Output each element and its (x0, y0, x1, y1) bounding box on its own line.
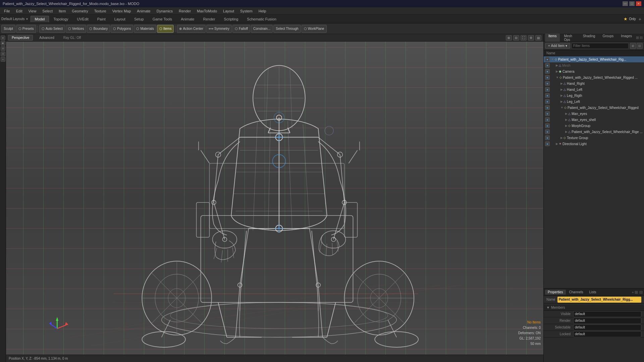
items-view-btn-1[interactable]: ⊞ (630, 43, 636, 49)
layout-tab-paint[interactable]: Paint (93, 16, 110, 22)
item-row-directional_light[interactable]: ●▶☀Directional Light (544, 141, 644, 147)
prop-tab-add[interactable]: + (632, 290, 634, 294)
viewport-ctrl-1[interactable]: ⊞ (506, 35, 512, 41)
layout-tab-topology[interactable]: Topology (49, 16, 72, 22)
sidebar-tool-4[interactable]: ⊟ (1, 52, 5, 56)
add-tab-button[interactable]: + (637, 16, 643, 22)
items-button[interactable]: ⬡ Items (157, 25, 174, 33)
layout-tab-uvedit[interactable]: UVEdit (73, 16, 93, 22)
prop-tab-channels[interactable]: Channels (567, 290, 586, 295)
item-expand-leg_left[interactable]: ▶ (560, 100, 563, 103)
viewport[interactable]: Perspective Advanced Ray GL: Off ⊞ ⊟ ⛶ ⚙… (6, 34, 543, 362)
menu-layout[interactable]: Layout (220, 8, 237, 14)
prop-dropdown-render[interactable]: default (573, 318, 641, 324)
item-expand-mesh[interactable]: ▶ (556, 64, 558, 67)
item-row-rig[interactable]: ●▼◇Patient_with_Jazzy_Select_Wheelchair_… (544, 74, 644, 80)
items-view-btn-2[interactable]: ⊟ (637, 43, 643, 49)
item-expand-leg_right[interactable]: ▶ (560, 94, 563, 97)
item-row-hand_left[interactable]: ●▶△Hand_Left (544, 86, 644, 93)
item-eye-hand_right[interactable]: ● (545, 81, 550, 86)
item-row-texture_group[interactable]: ●▶◇Texture Group (544, 135, 644, 141)
polygons-button[interactable]: ⬡ Polygons (111, 25, 133, 33)
viewport-ctrl-5[interactable]: ▤ (535, 35, 541, 41)
menu-vertex-map[interactable]: Vertex Map (110, 8, 134, 14)
members-expand-icon[interactable]: ▼ (546, 306, 550, 309)
item-eye-root[interactable]: ● (545, 57, 550, 62)
falloff-button[interactable]: ⬡ Falloff (232, 25, 250, 33)
layout-tab-render[interactable]: Render (199, 16, 219, 22)
menu-system[interactable]: System (237, 8, 255, 14)
item-row-leg_left[interactable]: ●▶△Leg_Left (544, 99, 644, 105)
panel-tab-images[interactable]: Images (618, 34, 635, 42)
item-expand-man_eyes_shell[interactable]: ▶ (565, 118, 568, 121)
prop-expand-btn[interactable]: ⊞ (635, 290, 638, 295)
menu-geometry[interactable]: Geometry (69, 8, 91, 14)
item-eye-leg_left[interactable]: ● (545, 99, 550, 104)
add-item-button[interactable]: + Add Item ▾ (545, 43, 570, 49)
item-eye-patient_wc_rig2[interactable]: ● (545, 129, 550, 134)
sculpt-button[interactable]: Sculpt (1, 25, 15, 33)
item-eye-leg_right[interactable]: ● (545, 93, 550, 98)
menu-file[interactable]: File (1, 8, 13, 14)
item-eye-rig[interactable]: ● (545, 75, 550, 80)
menu-maxtomodo[interactable]: MaxToModo (194, 8, 220, 14)
layout-tab-game-tools[interactable]: Game Tools (148, 16, 177, 22)
layout-dropdown-icon[interactable]: ▾ (26, 17, 28, 21)
auto-select-button[interactable]: ⬡ Auto Select (39, 25, 65, 33)
item-expand-man_eyes[interactable]: ▶ (565, 112, 568, 115)
only-label[interactable]: Only (629, 17, 636, 21)
prop-collapse-btn[interactable]: ⊟ (639, 290, 643, 295)
panel-tab-items[interactable]: Items (545, 34, 560, 42)
panel-collapse-icon[interactable]: ⊟ (640, 36, 643, 40)
action-center-button[interactable]: ⊕ Action Center (177, 25, 206, 33)
items-tree[interactable]: ●▼◇Patient_with_Jazzy_Select_Wheelchair_… (544, 56, 644, 288)
menu-help[interactable]: Help (256, 8, 269, 14)
presets-button[interactable]: ⬡ Presets (16, 25, 36, 33)
viewport-ctrl-2[interactable]: ⊟ (513, 35, 519, 41)
prop-dropdown-selectable[interactable]: default (573, 324, 641, 330)
minimize-button[interactable]: — (623, 1, 628, 6)
menu-select[interactable]: Select (40, 8, 55, 14)
viewport-ctrl-4[interactable]: ⚙ (528, 35, 534, 41)
prop-name-input[interactable] (557, 297, 641, 303)
close-button[interactable]: ✕ (636, 1, 641, 6)
panel-tab-shading[interactable]: Shading (580, 34, 599, 42)
item-eye-directional_light[interactable]: ● (545, 141, 550, 146)
layout-tab-layout[interactable]: Layout (110, 16, 130, 22)
menu-animate[interactable]: Animate (134, 8, 153, 14)
item-expand-rig[interactable]: ▼ (556, 76, 559, 79)
item-row-root[interactable]: ●▼◇Patient_with_Jazzy_Select_Wheelchair_… (544, 56, 644, 62)
maximize-button[interactable]: □ (629, 1, 635, 6)
sidebar-tool-2[interactable]: ▣ (1, 41, 5, 46)
layout-tab-scripting[interactable]: Scripting (220, 16, 243, 22)
item-eye-man_eyes[interactable]: ● (545, 111, 550, 116)
panel-tab-groups[interactable]: Groups (599, 34, 617, 42)
item-row-patient_wc_rig2[interactable]: ●▶△Patient_with_Jazzy_Select_Wheelchair_… (544, 129, 644, 135)
menu-dynamics[interactable]: Dynamics (154, 8, 175, 14)
menu-item[interactable]: Item (56, 8, 68, 14)
constrain-button[interactable]: Constrain... (251, 25, 273, 33)
item-eye-mesh[interactable]: ● (545, 63, 550, 68)
item-eye-hand_left[interactable]: ● (545, 87, 550, 92)
prop-dropdown-visible[interactable]: default (573, 311, 641, 317)
item-eye-camera[interactable]: ● (545, 69, 550, 74)
layout-tab-animate[interactable]: Animate (176, 16, 199, 22)
vertices-button[interactable]: ⬡ Vertices (66, 25, 87, 33)
item-eye-morph_group[interactable]: ● (545, 123, 550, 128)
layout-tab-setup[interactable]: Setup (130, 16, 148, 22)
viewport-tab-advanced[interactable]: Advanced (36, 35, 58, 41)
prop-tab-properties[interactable]: Properties (545, 290, 566, 295)
item-expand-texture_group[interactable]: ▶ (560, 136, 563, 139)
item-expand-morph_group[interactable]: ▶ (565, 124, 568, 127)
item-expand-root[interactable]: ▼ (551, 58, 554, 61)
canvas-area[interactable]: No Items Channels: 0 Deformers: ON GL: 2… (6, 42, 543, 355)
item-row-man_eyes[interactable]: ●▶△Man_eyes (544, 111, 644, 117)
menu-edit[interactable]: Edit (13, 8, 25, 14)
item-row-hand_right[interactable]: ●▶△Hand_Right (544, 80, 644, 86)
item-expand-hand_left[interactable]: ▶ (560, 88, 563, 91)
item-row-leg_right[interactable]: ●▶△Leg_Rigth (544, 93, 644, 99)
sidebar-tool-1[interactable]: ◈ (1, 36, 5, 40)
item-row-man_eyes_shell[interactable]: ●▶△Man_eyes_shell (544, 117, 644, 123)
sidebar-tool-3[interactable]: ⊞ (1, 46, 5, 51)
filter-items-input[interactable] (572, 43, 629, 49)
